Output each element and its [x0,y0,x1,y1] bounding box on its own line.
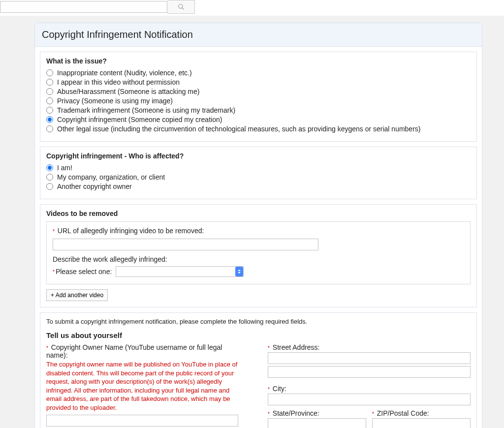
svg-point-0 [178,4,182,8]
videos-section-title: Videos to be removed [46,210,471,217]
url-label: * URL of allegedly infringing video to b… [53,227,464,235]
affected-option[interactable]: My company, organization, or client [46,173,471,181]
about-title: Tell us about yourself [46,331,471,339]
affected-radio[interactable] [46,164,53,171]
issue-radio[interactable] [46,79,53,86]
issue-radio[interactable] [46,97,53,104]
affected-radio[interactable] [46,174,53,181]
required-star-icon: * [53,269,55,275]
required-star-icon: * [53,229,55,234]
required-star-icon: * [268,387,270,392]
zip-label: * ZIP/Postal Code: [372,409,471,417]
issue-radio[interactable] [46,69,53,76]
affected-section-title: Copyright infringement - Who is affected… [46,152,471,160]
about-left-col: * Copyright Owner Name (YouTube username… [46,343,238,428]
owner-name-label-text: Copyright Owner Name (YouTube username o… [46,343,222,359]
affected-option[interactable]: I am! [46,164,471,172]
state-input[interactable] [268,418,366,428]
affected-radio[interactable] [46,183,53,190]
issue-radio[interactable] [46,88,53,95]
issue-option[interactable]: Copyright infringement (Someone copied m… [46,116,471,123]
issue-radio[interactable] [46,125,53,132]
about-right-col: * Street Address: * City: [268,343,471,428]
issue-radio[interactable] [46,116,53,123]
affected-option-label: Another copyright owner [57,183,132,190]
issue-option-label: Inappropriate content (Nudity, violence,… [57,69,192,77]
street-label: * Street Address: [268,343,471,351]
owner-name-warning: The copyright owner name will be publish… [46,360,238,412]
owner-name-input[interactable] [46,415,238,427]
affected-option[interactable]: Another copyright owner [46,183,471,190]
affected-option-label: My company, organization, or client [57,173,165,181]
main-panel: Copyright Infringement Notification What… [34,23,482,428]
issue-option-label: Abuse/Harassment (Someone is attacking m… [57,88,199,95]
affected-option-label: I am! [57,164,72,172]
state-label-text: State/Province: [273,409,319,417]
city-label: * City: [268,385,471,393]
add-video-button[interactable]: + Add another video [46,289,108,301]
issue-option-label: Copyright infringement (Someone copied m… [57,116,222,123]
issue-section: What is the issue? Inappropriate content… [40,52,477,142]
issue-option-label: Trademark infringement (Someone is using… [57,106,235,114]
city-input[interactable] [268,394,471,405]
top-bar [0,0,504,16]
issue-option[interactable]: Inappropriate content (Nudity, violence,… [46,69,471,77]
please-select-label: Please select one: [56,268,112,275]
affected-section: Copyright infringement - Who is affected… [40,147,477,199]
describe-label: Describe the work allegedly infringed: [53,255,464,263]
zip-label-text: ZIP/Postal Code: [377,409,429,417]
required-star-icon: * [372,411,374,417]
about-section: To submit a copyright infringement notif… [40,312,477,428]
please-select-row: * Please select one: [53,266,464,277]
issue-section-title: What is the issue? [46,57,471,65]
svg-line-1 [182,8,184,10]
issue-option-label: I appear in this video without permissio… [57,78,180,86]
street-label-text: Street Address: [273,343,320,351]
about-intro: To submit a copyright infringement notif… [46,318,471,325]
search-input[interactable] [0,1,167,13]
issue-option[interactable]: Other legal issue (including the circumv… [46,125,471,133]
videos-section: Videos to be removed * URL of allegedly … [40,204,477,307]
search-button[interactable] [167,0,195,14]
issue-radio[interactable] [46,107,53,114]
video-item-box: * URL of allegedly infringing video to b… [46,221,471,284]
issue-option[interactable]: I appear in this video without permissio… [46,78,471,86]
search-icon [178,3,185,10]
issue-option[interactable]: Privacy (Someone is using my image) [46,97,471,105]
required-star-icon: * [268,411,270,417]
page-container: Copyright Infringement Notification What… [0,16,504,428]
state-label: * State/Province: [268,409,366,417]
issue-option-label: Privacy (Someone is using my image) [57,97,173,105]
required-star-icon: * [46,345,48,351]
url-label-text: URL of allegedly infringing video to be … [58,227,204,235]
panel-body: What is the issue? Inappropriate content… [35,47,482,428]
issue-option-label: Other legal issue (including the circumv… [57,125,420,133]
infringing-url-input[interactable] [53,239,318,250]
street-input-2[interactable] [268,366,471,378]
work-type-select[interactable] [116,266,244,277]
owner-name-label: * Copyright Owner Name (YouTube username… [46,343,238,359]
required-star-icon: * [268,345,270,351]
issue-option[interactable]: Trademark infringement (Someone is using… [46,106,471,114]
issue-option[interactable]: Abuse/Harassment (Someone is attacking m… [46,88,471,95]
city-label-text: City: [273,385,286,393]
panel-title: Copyright Infringement Notification [35,23,482,47]
zip-input[interactable] [372,418,471,428]
street-input-1[interactable] [268,352,471,364]
